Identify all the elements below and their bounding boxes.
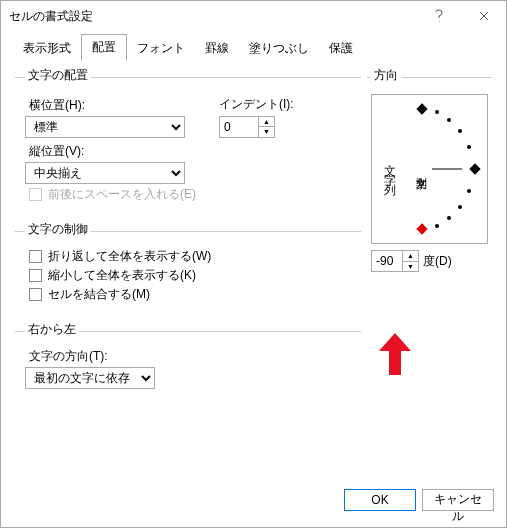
titlebar: セルの書式設定 — [1, 1, 506, 31]
dir-label: 文字の方向(T): — [25, 346, 351, 367]
left-column: 文字の配置 横位置(H): 標準 インデント(I): ▲▼ — [15, 69, 361, 475]
merge-check[interactable]: セルを結合する(M) — [29, 286, 351, 303]
h-align-select[interactable]: 標準 — [25, 116, 185, 138]
orientation-arc[interactable]: 文字列 — [412, 101, 481, 237]
right-column: 方向 文字列 文字列 — [367, 69, 492, 475]
tab-bar: 表示形式 配置 フォント 罫線 塗りつぶし 保護 — [1, 31, 506, 61]
alignment-legend: 文字の配置 — [25, 67, 91, 84]
rtl-legend: 右から左 — [25, 321, 79, 338]
tab-border[interactable]: 罫線 — [195, 36, 239, 61]
control-legend: 文字の制御 — [25, 221, 91, 238]
justify-check: 前後にスペースを入れる(E) — [29, 186, 351, 203]
degree-input[interactable] — [371, 250, 403, 272]
tab-font[interactable]: フォント — [127, 36, 195, 61]
orientation-box[interactable]: 文字列 文字列 — [371, 94, 488, 244]
tab-protection[interactable]: 保護 — [319, 36, 363, 61]
wrap-check[interactable]: 折り返して全体を表示する(W) — [29, 248, 351, 265]
rtl-group: 右から左 文字の方向(T): 最初の文字に依存 — [15, 323, 361, 399]
dialog-body: 文字の配置 横位置(H): 標準 インデント(I): ▲▼ — [1, 61, 506, 483]
annotation-arrow-icon — [379, 333, 411, 375]
orientation-group: 方向 文字列 文字列 — [367, 69, 492, 276]
degree-spinner[interactable]: ▲▼ — [403, 250, 419, 272]
indent-spinner[interactable]: ▲▼ — [259, 116, 275, 138]
help-button[interactable] — [416, 1, 461, 31]
tab-alignment[interactable]: 配置 — [81, 34, 127, 61]
window-title: セルの書式設定 — [9, 8, 416, 25]
shrink-check[interactable]: 縮小して全体を表示する(K) — [29, 267, 351, 284]
dir-select[interactable]: 最初の文字に依存 — [25, 367, 155, 389]
degree-label: 度(D) — [423, 253, 452, 270]
tab-fill[interactable]: 塗りつぶし — [239, 36, 319, 61]
v-align-select[interactable]: 中央揃え — [25, 162, 185, 184]
h-align-label: 横位置(H): — [25, 95, 205, 116]
orientation-legend: 方向 — [371, 67, 401, 84]
indent-label: インデント(I): — [205, 96, 294, 113]
svg-marker-0 — [379, 333, 411, 375]
vertical-text-button[interactable]: 文字列 — [372, 95, 406, 243]
tab-number[interactable]: 表示形式 — [13, 36, 81, 61]
v-align-label: 縦位置(V): — [25, 141, 351, 162]
close-button[interactable] — [461, 1, 506, 31]
indent-input[interactable] — [219, 116, 259, 138]
control-group: 文字の制御 折り返して全体を表示する(W) 縮小して全体を表示する(K) セルを… — [15, 223, 361, 315]
dialog-window: セルの書式設定 表示形式 配置 フォント 罫線 塗りつぶし 保護 文字の配置 横… — [0, 0, 507, 528]
dialog-footer: OK キャンセル — [1, 483, 506, 527]
cancel-button[interactable]: キャンセル — [422, 489, 494, 511]
ok-button[interactable]: OK — [344, 489, 416, 511]
alignment-group: 文字の配置 横位置(H): 標準 インデント(I): ▲▼ — [15, 69, 361, 215]
